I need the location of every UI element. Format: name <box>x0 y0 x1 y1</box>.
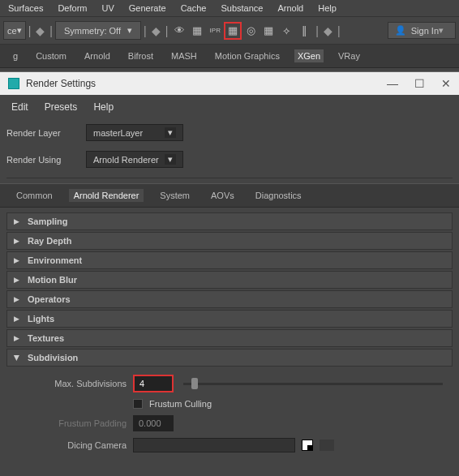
render-layer-dropdown[interactable]: masterLayer▾ <box>86 124 183 141</box>
render-settings-icon[interactable]: ▦ <box>224 22 242 40</box>
ipr-icon[interactable]: IPR <box>206 22 224 40</box>
checker-icon[interactable] <box>302 440 313 451</box>
divider-icon: | <box>315 24 319 37</box>
shelf-motiongraphics[interactable]: Motion Graphics <box>212 49 283 62</box>
close-window-button[interactable]: ✕ <box>441 77 451 90</box>
section-operators[interactable]: ▶Operators <box>6 290 453 308</box>
expand-icon: ▶ <box>14 217 19 225</box>
render-view-icon[interactable]: 👁 <box>170 22 188 40</box>
link-icon[interactable] <box>320 440 334 451</box>
expand-icon: ▶ <box>14 315 19 323</box>
section-lights[interactable]: ▶Lights <box>6 310 453 328</box>
tab-arnold-renderer[interactable]: Arnold Renderer <box>69 189 144 202</box>
shelf-tabs: g Custom Arnold Bifrost MASH Motion Grap… <box>0 45 459 68</box>
menu-arnold[interactable]: Arnold <box>277 3 303 13</box>
menu-substance[interactable]: Substance <box>221 3 263 13</box>
menu-generate[interactable]: Generate <box>129 3 166 13</box>
render-frame-icon[interactable]: ▦ <box>188 22 206 40</box>
handle-icon: ◆ <box>36 24 45 37</box>
menu-cache[interactable]: Cache <box>181 3 207 13</box>
shelf-mash[interactable]: MASH <box>168 49 200 62</box>
section-raydepth[interactable]: ▶Ray Depth <box>6 232 453 250</box>
user-icon: 👤 <box>395 25 406 36</box>
maximize-button[interactable]: ☐ <box>414 77 425 90</box>
section-motionblur[interactable]: ▶Motion Blur <box>6 271 453 289</box>
menu-help2[interactable]: Help <box>93 101 114 113</box>
section-textures[interactable]: ▶Textures <box>6 329 453 347</box>
handle-icon: ◆ <box>152 24 161 37</box>
menu-deform[interactable]: Deform <box>58 3 87 13</box>
sections-panel: ▶Sampling ▶Ray Depth ▶Environment ▶Motio… <box>0 208 459 462</box>
render-using-row: Render Using Arnold Renderer▾ <box>0 146 459 173</box>
settings-tabs: Common Arnold Renderer System AOVs Diagn… <box>0 183 459 208</box>
divider-icon: | <box>28 24 32 37</box>
target-icon[interactable]: ◎ <box>242 22 260 40</box>
max-subdivisions-slider[interactable] <box>183 383 443 385</box>
window-menu: Edit Presets Help <box>0 95 459 119</box>
shelf-custom[interactable]: Custom <box>32 49 70 62</box>
frustum-padding-label: Frustum Padding <box>13 418 127 428</box>
main-menu-bar: Surfaces Deform UV Generate Cache Substa… <box>0 0 459 17</box>
separator <box>6 178 453 178</box>
shelf-bifrost[interactable]: Bifrost <box>125 49 157 62</box>
tab-common[interactable]: Common <box>11 189 58 202</box>
render-layer-row: Render Layer masterLayer▾ <box>0 119 459 146</box>
crop-icon[interactable]: ⟡ <box>277 22 295 40</box>
shelf-vray[interactable]: VRay <box>335 49 363 62</box>
menu-uv[interactable]: UV <box>101 3 114 13</box>
symmetry-dropdown[interactable]: Symmetry: Off▾ <box>55 21 141 40</box>
expand-icon: ▶ <box>14 256 19 264</box>
render-using-dropdown[interactable]: Arnold Renderer▾ <box>86 151 183 168</box>
render-using-label: Render Using <box>6 155 79 165</box>
menu-surfaces[interactable]: Surfaces <box>8 3 43 13</box>
max-subdivisions-input[interactable]: 4 <box>133 375 174 392</box>
divider-icon: | <box>49 24 53 37</box>
shelf-g[interactable]: g <box>10 49 21 62</box>
max-subdivisions-label: Max. Subdivisions <box>13 379 127 388</box>
expand-icon: ▶ <box>14 276 19 284</box>
shelf-xgen[interactable]: XGen <box>294 49 324 62</box>
shelf-arnold[interactable]: Arnold <box>81 49 114 62</box>
frustum-culling-label: Frustum Culling <box>149 399 212 409</box>
section-environment[interactable]: ▶Environment <box>6 251 453 269</box>
maya-icon <box>8 78 19 89</box>
divider-icon: | <box>337 24 341 37</box>
menu-presets[interactable]: Presets <box>45 101 78 113</box>
toolbar: ce▾ | ◆ | Symmetry: Off▾ | ◆ | 👁 ▦ IPR ▦… <box>0 17 459 45</box>
window-titlebar: Render Settings — ☐ ✕ <box>0 72 459 95</box>
frustum-culling-checkbox[interactable] <box>133 399 143 409</box>
divider-icon: | <box>165 24 169 37</box>
menu-help[interactable]: Help <box>318 3 337 13</box>
dicing-camera-label: Dicing Camera <box>13 440 127 450</box>
dicing-camera-field[interactable] <box>133 438 295 452</box>
expand-icon: ▶ <box>14 237 19 245</box>
handle-icon: ◆ <box>324 24 332 37</box>
expand-icon: ▶ <box>14 295 19 303</box>
tab-aovs[interactable]: AOVs <box>206 189 239 202</box>
render-layer-label: Render Layer <box>6 128 79 138</box>
sign-in-button[interactable]: 👤 Sign In <box>388 22 456 39</box>
tab-diagnostics[interactable]: Diagnostics <box>251 189 307 202</box>
pause-icon[interactable]: ‖ <box>295 22 313 40</box>
clapper-icon[interactable]: ▦ <box>260 22 277 40</box>
collapse-icon: ▶ <box>13 355 21 361</box>
frustum-padding-input: 0.000 <box>133 415 174 431</box>
render-settings-window: Render Settings — ☐ ✕ Edit Presets Help … <box>0 71 459 476</box>
subdivision-content: Max. Subdivisions 4 Frustum Culling Frus… <box>6 368 453 459</box>
section-subdivision[interactable]: ▶Subdivision <box>6 349 453 367</box>
divider-icon: | <box>144 24 147 37</box>
workspace-dropdown[interactable]: ce▾ <box>3 21 26 40</box>
minimize-button[interactable]: — <box>387 77 398 90</box>
section-sampling[interactable]: ▶Sampling <box>6 212 453 230</box>
menu-edit[interactable]: Edit <box>11 101 28 113</box>
window-title: Render Settings <box>26 78 96 89</box>
expand-icon: ▶ <box>14 334 19 342</box>
slider-knob[interactable] <box>191 378 198 389</box>
tab-system[interactable]: System <box>155 189 195 202</box>
